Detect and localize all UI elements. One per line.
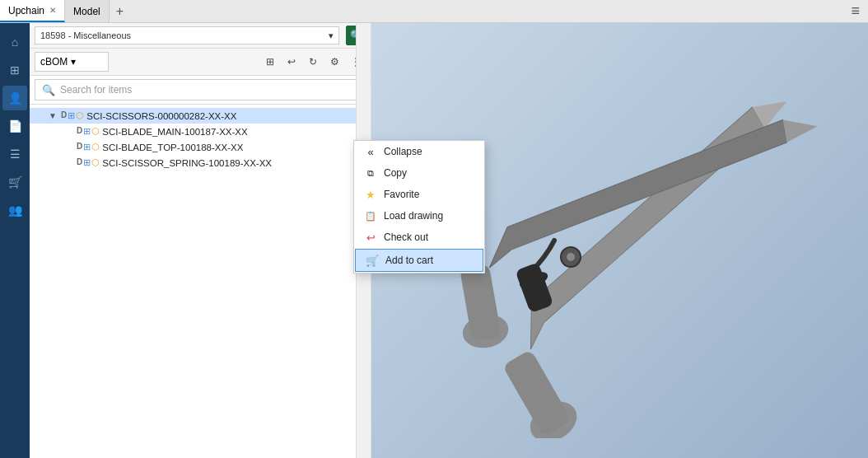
breadcrumb-chevron: ▾: [329, 30, 334, 41]
tree-icons-root: D ⊞ ⬡: [61, 110, 84, 121]
breadcrumb-row: 18598 - Miscellaneous ▾ 🔍: [30, 23, 371, 49]
grid-icon-3: ⊞: [83, 157, 91, 168]
d-icon-2: D: [77, 142, 82, 152]
grid-icon-2: ⊞: [83, 142, 91, 152]
add-to-cart-icon: 🛒: [366, 254, 379, 267]
ctx-label-check-out: Check out: [384, 231, 428, 243]
grid-icon: ⊞: [68, 110, 75, 121]
cube-icon-1: ⬡: [91, 126, 100, 137]
tree-label-root: SCI-SCISSORS-000000282-XX-XX: [86, 111, 236, 121]
sidebar-item-users[interactable]: 👤: [2, 86, 27, 110]
cube-icon-2: ⬡: [91, 142, 100, 152]
icon-sidebar: ⌂ ⊞ 👤 📄 ☰ 🛒 👥: [0, 23, 30, 458]
tree-item-child-3[interactable]: ▶ D ⊞ ⬡ SCI-SCISSOR_SPRING-100189-XX-XX: [30, 155, 371, 171]
search-input[interactable]: 🔍 Search for items: [35, 79, 366, 100]
ctx-item-add-to-cart[interactable]: 🛒 Add to cart: [355, 249, 483, 272]
favorite-icon: ★: [364, 188, 377, 201]
tree-item-root[interactable]: ▼ D ⊞ ⬡ SCI-SCISSORS-000000282-XX-XX: [30, 108, 371, 124]
tab-bar: Upchain ✕ Model + ≡: [0, 0, 868, 23]
tree-label-child-1: SCI-BLADE_MAIN-100187-XX-XX: [102, 127, 247, 137]
ctx-label-load-drawing: Load drawing: [384, 210, 443, 222]
cube-icon: ⬡: [76, 110, 84, 121]
d-icon: D: [61, 110, 67, 121]
search-row: 🔍 Search for items: [30, 76, 371, 105]
sidebar-item-list[interactable]: ☰: [2, 142, 27, 166]
cbom-chevron: ▾: [71, 56, 76, 68]
sidebar-item-layers[interactable]: ⊞: [2, 58, 27, 82]
svg-marker-6: [473, 119, 799, 268]
toolbar-refresh-icon[interactable]: ↻: [303, 52, 323, 72]
tree-item-child-1[interactable]: ▶ D ⊞ ⬡ SCI-BLADE_MAIN-100187-XX-XX: [30, 124, 371, 139]
ctx-item-favorite[interactable]: ★ Favorite: [354, 184, 484, 205]
search-icon: 🔍: [42, 84, 55, 96]
tab-upchain[interactable]: Upchain ✕: [0, 0, 65, 22]
tab-upchain-label: Upchain: [8, 5, 44, 16]
tab-upchain-close[interactable]: ✕: [49, 6, 56, 15]
tab-menu-button[interactable]: ≡: [842, 2, 868, 20]
breadcrumb-select[interactable]: 18598 - Miscellaneous ▾: [35, 26, 339, 44]
breadcrumb-value: 18598 - Miscellaneous: [40, 30, 131, 40]
svg-marker-7: [782, 114, 819, 143]
ctx-label-add-to-cart: Add to cart: [385, 255, 433, 266]
ctx-item-copy[interactable]: ⧉ Copy: [354, 162, 484, 184]
context-menu: « Collapse ⧉ Copy ★ Favorite 📋 Load draw…: [353, 140, 485, 273]
toolbar-icons: ⊞ ↩ ↻ ⚙ ⋮: [260, 52, 366, 72]
ctx-item-check-out[interactable]: ↩ Check out: [354, 227, 484, 248]
tree-arrow-root: ▼: [49, 111, 58, 120]
tab-model-label: Model: [73, 6, 100, 17]
cbom-label: cBOM: [40, 56, 68, 68]
tree-container: ▼ D ⊞ ⬡ SCI-SCISSORS-000000282-XX-XX ▶ D…: [30, 105, 371, 458]
toolbar-settings-icon[interactable]: ⚙: [324, 52, 344, 72]
panel-toolbar: cBOM ▾ ⊞ ↩ ↻ ⚙ ⋮: [30, 49, 371, 76]
svg-point-9: [567, 253, 575, 261]
copy-icon: ⧉: [364, 166, 377, 180]
check-out-icon: ↩: [364, 231, 377, 244]
tab-add-button[interactable]: +: [110, 0, 130, 22]
sidebar-item-home[interactable]: ⌂: [2, 30, 27, 54]
toolbar-grid-icon[interactable]: ⊞: [260, 52, 280, 72]
collapse-icon: «: [364, 145, 377, 158]
main-layout: ⌂ ⊞ 👤 📄 ☰ 🛒 👥 18598 - Miscellaneous ▾ 🔍 …: [0, 23, 868, 458]
grid-icon-1: ⊞: [83, 126, 91, 137]
d-icon-1: D: [77, 126, 82, 137]
panel: 18598 - Miscellaneous ▾ 🔍 cBOM ▾ ⊞ ↩ ↻ ⚙…: [30, 23, 371, 458]
toolbar-undo-icon[interactable]: ↩: [282, 52, 301, 72]
sidebar-item-team[interactable]: 👥: [2, 198, 27, 222]
tab-model[interactable]: Model: [65, 0, 110, 22]
tree-label-child-3: SCI-SCISSOR_SPRING-100189-XX-XX: [102, 158, 272, 168]
sidebar-item-cart[interactable]: 🛒: [2, 170, 27, 194]
search-placeholder: Search for items: [60, 84, 132, 96]
tree-icons-child-3: D ⊞ ⬡: [77, 157, 100, 168]
ctx-item-load-drawing[interactable]: 📋 Load drawing: [354, 205, 484, 227]
tree-icons-child-1: D ⊞ ⬡: [77, 126, 100, 137]
ctx-item-collapse[interactable]: « Collapse: [354, 141, 484, 162]
load-drawing-icon: 📋: [364, 209, 377, 222]
tree-icons-child-2: D ⊞ ⬡: [77, 142, 100, 152]
tree-label-child-2: SCI-BLADE_TOP-100188-XX-XX: [102, 143, 243, 152]
cbom-dropdown[interactable]: cBOM ▾: [35, 52, 109, 72]
tree-item-child-2[interactable]: ▶ D ⊞ ⬡ SCI-BLADE_TOP-100188-XX-XX: [30, 139, 371, 155]
svg-rect-1: [502, 349, 572, 437]
cube-icon-3: ⬡: [91, 157, 100, 168]
ctx-label-favorite: Favorite: [384, 189, 419, 200]
ctx-label-copy: Copy: [384, 167, 407, 179]
sidebar-item-docs[interactable]: 📄: [2, 114, 27, 138]
d-icon-3: D: [77, 157, 82, 168]
ctx-label-collapse: Collapse: [384, 146, 422, 157]
